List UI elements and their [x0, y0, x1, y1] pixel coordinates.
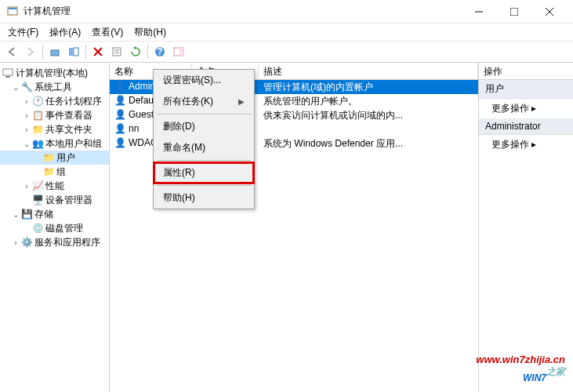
tree-groups[interactable]: 📁组 — [0, 165, 109, 179]
svg-rect-3 — [510, 8, 518, 16]
close-button[interactable] — [531, 1, 567, 23]
refresh-button[interactable] — [127, 43, 144, 60]
window-title: 计算机管理 — [24, 5, 461, 18]
menu-file[interactable]: 文件(F) — [3, 24, 43, 41]
expand-icon[interactable]: › — [22, 182, 31, 191]
show-hide-button[interactable] — [65, 43, 82, 60]
toolbar-separator — [147, 45, 148, 59]
expand-icon[interactable]: › — [22, 97, 31, 106]
col-header-description[interactable]: 描述 — [259, 63, 478, 79]
ctx-set-password[interactable]: 设置密码(S)... — [154, 70, 254, 91]
users-icon: 👥 — [31, 137, 44, 150]
forward-button[interactable] — [22, 43, 39, 60]
clock-icon: 🕐 — [31, 95, 44, 107]
tree-shared-folders[interactable]: ›📁共享文件夹 — [0, 122, 109, 136]
perf-icon: 📈 — [31, 180, 44, 192]
svg-rect-11 — [113, 48, 121, 56]
properties-button[interactable] — [108, 43, 125, 60]
user-icon: 👤 — [114, 137, 127, 150]
action-group-users: 用户 — [479, 80, 573, 99]
action-group-admin: Administrator — [479, 118, 573, 135]
services-icon: ⚙️ — [20, 236, 33, 249]
menu-view[interactable]: 查看(V) — [87, 24, 128, 41]
folder-share-icon: 📁 — [31, 123, 44, 136]
toolbar-separator — [85, 45, 86, 59]
tree-system-tools[interactable]: ⌄🔧系统工具 — [0, 80, 109, 94]
row-desc: 系统管理的用户帐户。 — [259, 95, 478, 108]
action-more-2[interactable]: 更多操作 ▸ — [479, 135, 573, 154]
tree-services[interactable]: ›⚙️服务和应用程序 — [0, 235, 109, 249]
menubar: 文件(F) 操作(A) 查看(V) 帮助(H) — [0, 24, 573, 41]
context-separator — [157, 160, 251, 161]
tree-root[interactable]: 计算机管理(本地) — [0, 66, 109, 80]
expand-icon[interactable]: › — [11, 238, 20, 247]
row-desc: 系统为 Windows Defender 应用... — [259, 137, 478, 151]
up-button[interactable] — [46, 43, 63, 60]
tree-disk-management[interactable]: 💿磁盘管理 — [0, 221, 109, 235]
chevron-right-icon: ▸ — [531, 139, 536, 150]
actions-panel: 操作 用户 更多操作 ▸ Administrator 更多操作 ▸ — [479, 63, 573, 392]
user-icon: 👤 — [114, 81, 127, 93]
storage-icon: 💾 — [20, 208, 33, 220]
expand-icon[interactable]: › — [22, 125, 31, 134]
titlebar: 计算机管理 — [0, 0, 573, 24]
user-icon: 👤 — [114, 109, 127, 122]
back-button[interactable] — [3, 43, 20, 60]
wrench-icon: 🔧 — [20, 81, 33, 93]
collapse-icon[interactable]: ⌄ — [11, 83, 20, 92]
tree-event-viewer[interactable]: ›📋事件查看器 — [0, 108, 109, 122]
folder-icon: 📁 — [42, 165, 55, 178]
user-icon: 👤 — [114, 95, 127, 107]
chevron-right-icon: ▸ — [531, 103, 536, 114]
action-pane-button[interactable] — [170, 43, 187, 60]
action-more-1[interactable]: 更多操作 ▸ — [479, 99, 573, 118]
app-icon — [6, 5, 19, 18]
svg-text:?: ? — [157, 46, 162, 57]
ctx-rename[interactable]: 重命名(M) — [154, 137, 254, 158]
svg-rect-8 — [74, 48, 78, 56]
maximize-button[interactable] — [496, 1, 531, 23]
svg-rect-7 — [69, 48, 73, 56]
svg-rect-18 — [3, 69, 13, 75]
ctx-delete[interactable]: 删除(D) — [154, 116, 254, 137]
help-button[interactable]: ? — [151, 43, 169, 60]
toolbar: ? — [0, 41, 573, 63]
minimize-button[interactable] — [461, 1, 496, 23]
svg-rect-19 — [5, 76, 10, 78]
actions-header: 操作 — [479, 63, 573, 80]
event-icon: 📋 — [31, 109, 44, 122]
tree-local-users[interactable]: ⌄👥本地用户和组 — [0, 136, 109, 151]
folder-icon: 📁 — [42, 151, 55, 164]
disk-icon: 💿 — [31, 222, 44, 234]
menu-help[interactable]: 帮助(H) — [129, 24, 171, 41]
tree-panel: 计算机管理(本地) ⌄🔧系统工具 ›🕐任务计划程序 ›📋事件查看器 ›📁共享文件… — [0, 63, 110, 392]
ctx-help[interactable]: 帮助(H) — [154, 187, 254, 209]
delete-button[interactable] — [89, 43, 107, 60]
toolbar-separator — [42, 45, 43, 59]
row-desc: 管理计算机(域)的内置帐户 — [259, 81, 478, 94]
context-separator — [157, 185, 251, 186]
row-desc: 供来宾访问计算机或访问域的内... — [259, 109, 478, 122]
collapse-icon[interactable]: ⌄ — [11, 210, 20, 219]
svg-rect-17 — [180, 48, 183, 56]
context-separator — [157, 114, 251, 114]
tree-performance[interactable]: ›📈性能 — [0, 179, 109, 193]
device-icon: 🖥️ — [31, 194, 44, 206]
tree-users[interactable]: 📁用户 — [0, 151, 109, 165]
computer-icon — [2, 67, 14, 79]
row-name: Guest — [129, 109, 154, 120]
svg-rect-1 — [9, 8, 16, 9]
watermark-url: www.win7zhijia.cn — [476, 354, 565, 365]
user-icon: 👤 — [114, 123, 127, 136]
collapse-icon[interactable]: ⌄ — [22, 140, 31, 148]
tree-device-manager[interactable]: 🖥️设备管理器 — [0, 193, 109, 207]
watermark: www.win7zhijia.cn WIN7之家 — [476, 354, 565, 386]
tree-task-scheduler[interactable]: ›🕐任务计划程序 — [0, 94, 109, 108]
tree-storage[interactable]: ⌄💾存储 — [0, 207, 109, 221]
menu-action[interactable]: 操作(A) — [45, 24, 85, 41]
row-name: nn — [129, 123, 139, 134]
ctx-properties[interactable]: 属性(R) — [154, 162, 254, 183]
ctx-all-tasks[interactable]: 所有任务(K)▶ — [154, 91, 254, 112]
watermark-logo: WIN7之家 — [476, 365, 565, 386]
expand-icon[interactable]: › — [22, 111, 31, 120]
